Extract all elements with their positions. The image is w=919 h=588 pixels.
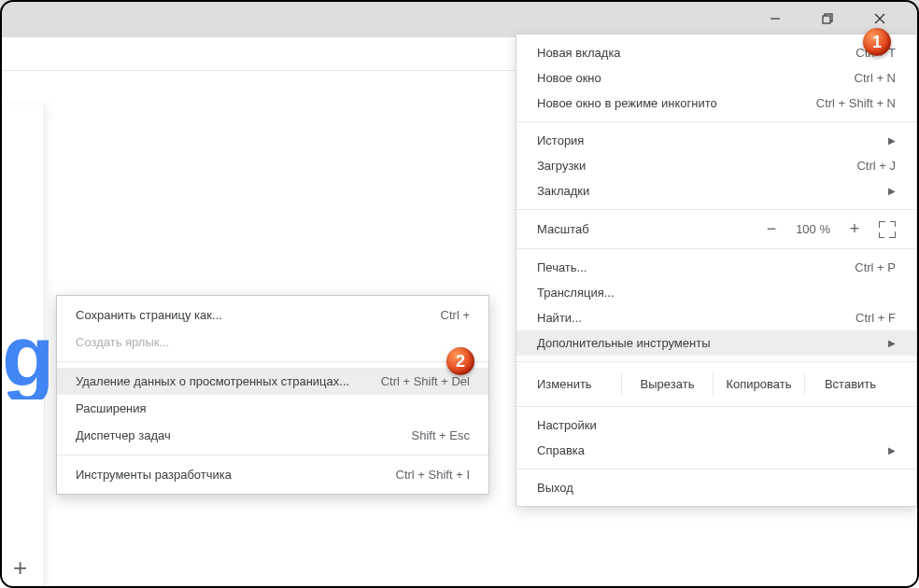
menu-item-label: Создать ярлык...: [76, 335, 169, 349]
edit-paste-button[interactable]: Вставить: [804, 373, 896, 395]
submenu-clear-browsing-data[interactable]: Удаление данных о просмотренных страница…: [57, 368, 488, 395]
menu-bookmarks[interactable]: Закладки ▶: [516, 178, 916, 203]
chevron-right-icon: ▶: [888, 338, 896, 348]
menu-item-label: Диспетчер задач: [76, 428, 171, 442]
svg-rect-2: [823, 16, 830, 23]
zoom-out-button[interactable]: −: [764, 219, 779, 239]
menu-separator: [516, 121, 916, 122]
zoom-value: 100 %: [796, 222, 830, 236]
menu-item-label: Дополнительные инструменты: [537, 336, 711, 350]
menu-item-label: Сохранить страницу как...: [76, 308, 222, 322]
menu-incognito[interactable]: Новое окно в режиме инкогнито Ctrl + Shi…: [516, 91, 916, 116]
menu-item-label: Печать...: [537, 260, 587, 274]
edit-cut-button[interactable]: Вырезать: [621, 373, 713, 395]
menu-item-label: Инструменты разработчика: [76, 468, 232, 482]
menu-new-tab[interactable]: Новая вкладка Ctrl + T: [516, 40, 916, 65]
more-tools-submenu: Сохранить страницу как... Ctrl + Создать…: [56, 295, 489, 495]
menu-item-label: Справка: [537, 443, 585, 457]
menu-separator: [516, 361, 916, 362]
menu-settings[interactable]: Настройки: [516, 413, 916, 438]
menu-separator: [516, 406, 916, 407]
annotation-badge-1: 1: [863, 28, 891, 56]
menu-history[interactable]: История ▶: [516, 128, 916, 153]
menu-separator: [516, 248, 916, 249]
menu-print[interactable]: Печать... Ctrl + P: [516, 255, 916, 280]
submenu-save-as[interactable]: Сохранить страницу как... Ctrl +: [57, 301, 488, 329]
menu-item-label: Найти...: [537, 311, 582, 325]
window-titlebar: [0, 0, 919, 37]
menu-item-label: Расширения: [76, 401, 147, 415]
menu-item-label: Настройки: [537, 418, 597, 432]
menu-item-shortcut: Ctrl + F: [855, 311, 896, 325]
menu-more-tools[interactable]: Дополнительные инструменты ▶: [516, 330, 916, 356]
menu-item-shortcut: Ctrl + J: [856, 159, 896, 173]
menu-item-label: Новое окно в режиме инкогнито: [537, 96, 717, 110]
zoom-in-button[interactable]: +: [847, 219, 862, 239]
menu-item-label: История: [537, 133, 584, 147]
menu-item-label: Загрузки: [537, 159, 586, 173]
menu-cast[interactable]: Трансляция...: [516, 280, 916, 305]
submenu-dev-tools[interactable]: Инструменты разработчика Ctrl + Shift + …: [57, 461, 488, 488]
minimize-button[interactable]: [762, 6, 788, 32]
menu-separator: [57, 361, 488, 362]
submenu-create-shortcut: Создать ярлык...: [57, 329, 488, 356]
menu-separator: [516, 469, 916, 469]
menu-downloads[interactable]: Загрузки Ctrl + J: [516, 153, 916, 178]
fullscreen-icon[interactable]: [879, 221, 896, 238]
annotation-badge-2: 2: [446, 347, 474, 375]
menu-item-label: Трансляция...: [537, 286, 615, 300]
menu-item-shortcut: Shift + Esc: [412, 428, 471, 442]
chevron-right-icon: ▶: [888, 135, 896, 146]
menu-item-shortcut: Ctrl + Shift + N: [816, 96, 896, 110]
menu-zoom-row: Масштаб − 100 % +: [516, 216, 916, 243]
maximize-button[interactable]: [814, 6, 841, 32]
menu-item-shortcut: Ctrl +: [441, 308, 470, 322]
edit-copy-button[interactable]: Копировать: [713, 373, 804, 395]
menu-edit-row: Изменить Вырезать Копировать Вставить: [516, 368, 916, 400]
chrome-main-menu: Новая вкладка Ctrl + T Новое окно Ctrl +…: [516, 34, 917, 507]
menu-item-label: Новое окно: [537, 71, 601, 85]
new-tab-plus-icon[interactable]: +: [13, 553, 27, 582]
menu-item-label: Выход: [537, 481, 573, 495]
chevron-right-icon: ▶: [888, 186, 896, 196]
menu-item-label: Закладки: [537, 184, 589, 198]
menu-item-shortcut: Ctrl + P: [855, 260, 896, 274]
edit-label: Изменить: [537, 377, 621, 391]
submenu-task-manager[interactable]: Диспетчер задач Shift + Esc: [57, 422, 488, 449]
menu-item-label: Удаление данных о просмотренных страница…: [76, 374, 349, 388]
submenu-extensions[interactable]: Расширения: [57, 395, 488, 422]
menu-help[interactable]: Справка ▶: [516, 438, 916, 463]
menu-item-label: Новая вкладка: [537, 46, 621, 60]
zoom-label: Масштаб: [537, 222, 589, 236]
menu-exit[interactable]: Выход: [516, 475, 916, 500]
menu-item-shortcut: Ctrl + Shift + Del: [381, 374, 470, 388]
menu-new-window[interactable]: Новое окно Ctrl + N: [516, 65, 916, 91]
menu-item-shortcut: Ctrl + N: [855, 71, 896, 85]
menu-item-shortcut: Ctrl + Shift + I: [396, 468, 470, 482]
chevron-right-icon: ▶: [888, 445, 896, 455]
menu-separator: [57, 455, 488, 455]
menu-find[interactable]: Найти... Ctrl + F: [516, 305, 916, 330]
menu-separator: [516, 209, 916, 210]
